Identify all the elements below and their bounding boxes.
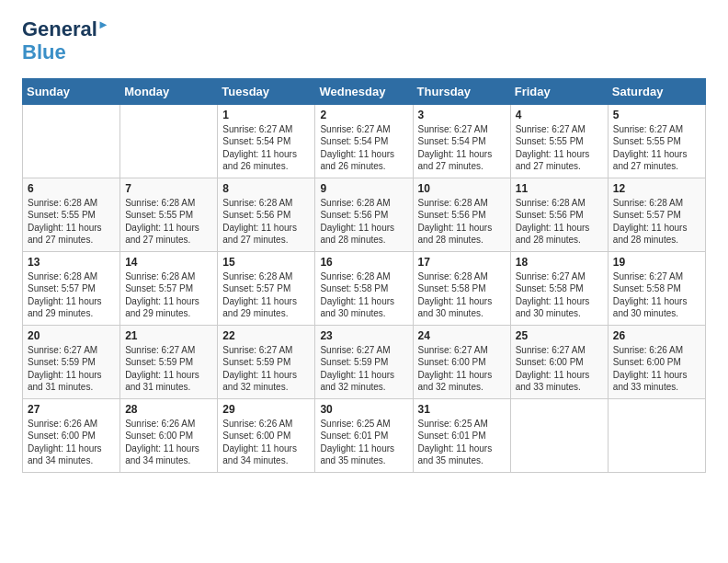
- day-number: 17: [418, 256, 506, 269]
- day-header-monday: Monday: [120, 78, 218, 104]
- calendar-cell: 29Sunrise: 6:26 AM Sunset: 6:00 PM Dayli…: [218, 398, 315, 472]
- cell-content: Sunrise: 6:28 AM Sunset: 5:56 PM Dayligh…: [418, 197, 506, 247]
- day-number: 27: [28, 403, 115, 416]
- day-number: 8: [222, 182, 310, 195]
- day-number: 26: [613, 329, 700, 342]
- calendar-cell: 1Sunrise: 6:27 AM Sunset: 5:54 PM Daylig…: [218, 104, 315, 178]
- day-number: 16: [320, 256, 407, 269]
- cell-content: Sunrise: 6:26 AM Sunset: 6:00 PM Dayligh…: [125, 418, 212, 467]
- calendar-cell: [120, 104, 218, 178]
- cell-content: Sunrise: 6:27 AM Sunset: 5:54 PM Dayligh…: [222, 123, 310, 173]
- cell-content: Sunrise: 6:27 AM Sunset: 6:00 PM Dayligh…: [516, 344, 603, 394]
- day-number: 4: [516, 109, 603, 121]
- day-number: 10: [418, 182, 506, 195]
- page: General► Blue SundayMondayTuesdayWednesd…: [0, 0, 728, 491]
- calendar-cell: 21Sunrise: 6:27 AM Sunset: 5:59 PM Dayli…: [120, 325, 218, 398]
- cell-content: Sunrise: 6:28 AM Sunset: 5:58 PM Dayligh…: [320, 270, 407, 320]
- cell-content: Sunrise: 6:28 AM Sunset: 5:56 PM Dayligh…: [320, 197, 407, 247]
- calendar-cell: [23, 104, 120, 178]
- day-number: 25: [516, 329, 603, 342]
- calendar-week-5: 27Sunrise: 6:26 AM Sunset: 6:00 PM Dayli…: [23, 398, 706, 472]
- cell-content: Sunrise: 6:26 AM Sunset: 6:00 PM Dayligh…: [613, 344, 700, 394]
- day-number: 18: [516, 256, 603, 269]
- day-header-wednesday: Wednesday: [315, 78, 413, 104]
- calendar-cell: 12Sunrise: 6:28 AM Sunset: 5:57 PM Dayli…: [608, 178, 705, 251]
- day-number: 30: [320, 403, 407, 416]
- calendar-week-3: 13Sunrise: 6:28 AM Sunset: 5:57 PM Dayli…: [23, 251, 706, 325]
- cell-content: Sunrise: 6:27 AM Sunset: 5:59 PM Dayligh…: [320, 344, 407, 394]
- calendar-cell: 18Sunrise: 6:27 AM Sunset: 5:58 PM Dayli…: [510, 251, 608, 325]
- calendar-cell: 14Sunrise: 6:28 AM Sunset: 5:57 PM Dayli…: [120, 251, 218, 325]
- cell-content: Sunrise: 6:28 AM Sunset: 5:57 PM Dayligh…: [125, 270, 212, 320]
- calendar-cell: 24Sunrise: 6:27 AM Sunset: 6:00 PM Dayli…: [413, 325, 510, 398]
- calendar-cell: [510, 398, 608, 472]
- logo: General► Blue: [22, 18, 109, 63]
- day-number: 28: [125, 403, 212, 416]
- day-number: 5: [613, 109, 700, 121]
- calendar-table: SundayMondayTuesdayWednesdayThursdayFrid…: [22, 78, 706, 473]
- calendar-cell: 22Sunrise: 6:27 AM Sunset: 5:59 PM Dayli…: [218, 325, 315, 398]
- day-number: 6: [28, 182, 115, 195]
- day-number: 20: [28, 329, 115, 342]
- calendar-cell: 30Sunrise: 6:25 AM Sunset: 6:01 PM Dayli…: [315, 398, 413, 472]
- day-number: 12: [613, 182, 700, 195]
- cell-content: Sunrise: 6:27 AM Sunset: 5:58 PM Dayligh…: [516, 270, 603, 320]
- calendar-cell: 20Sunrise: 6:27 AM Sunset: 5:59 PM Dayli…: [23, 325, 120, 398]
- cell-content: Sunrise: 6:27 AM Sunset: 5:54 PM Dayligh…: [320, 123, 407, 173]
- day-header-thursday: Thursday: [413, 78, 510, 104]
- calendar-cell: 19Sunrise: 6:27 AM Sunset: 5:58 PM Dayli…: [608, 251, 705, 325]
- cell-content: Sunrise: 6:27 AM Sunset: 5:59 PM Dayligh…: [28, 344, 115, 394]
- day-number: 7: [125, 182, 212, 195]
- cell-content: Sunrise: 6:26 AM Sunset: 6:00 PM Dayligh…: [28, 418, 115, 467]
- calendar-cell: 16Sunrise: 6:28 AM Sunset: 5:58 PM Dayli…: [315, 251, 413, 325]
- day-number: 15: [222, 256, 310, 269]
- calendar-cell: 26Sunrise: 6:26 AM Sunset: 6:00 PM Dayli…: [608, 325, 705, 398]
- calendar-cell: 10Sunrise: 6:28 AM Sunset: 5:56 PM Dayli…: [413, 178, 510, 251]
- day-number: 3: [418, 109, 506, 121]
- day-number: 23: [320, 329, 407, 342]
- calendar-cell: 31Sunrise: 6:25 AM Sunset: 6:01 PM Dayli…: [413, 398, 510, 472]
- calendar-cell: 27Sunrise: 6:26 AM Sunset: 6:00 PM Dayli…: [23, 398, 120, 472]
- calendar-cell: 6Sunrise: 6:28 AM Sunset: 5:55 PM Daylig…: [23, 178, 120, 251]
- calendar-cell: 17Sunrise: 6:28 AM Sunset: 5:58 PM Dayli…: [413, 251, 510, 325]
- cell-content: Sunrise: 6:28 AM Sunset: 5:55 PM Dayligh…: [28, 197, 115, 247]
- day-number: 9: [320, 182, 407, 195]
- calendar-cell: 9Sunrise: 6:28 AM Sunset: 5:56 PM Daylig…: [315, 178, 413, 251]
- cell-content: Sunrise: 6:28 AM Sunset: 5:55 PM Dayligh…: [125, 197, 212, 247]
- calendar-cell: 5Sunrise: 6:27 AM Sunset: 5:55 PM Daylig…: [608, 104, 705, 178]
- calendar-cell: 15Sunrise: 6:28 AM Sunset: 5:57 PM Dayli…: [218, 251, 315, 325]
- calendar-week-2: 6Sunrise: 6:28 AM Sunset: 5:55 PM Daylig…: [23, 178, 706, 251]
- calendar-cell: [608, 398, 705, 472]
- calendar-cell: 25Sunrise: 6:27 AM Sunset: 6:00 PM Dayli…: [510, 325, 608, 398]
- logo-blue: Blue: [22, 41, 66, 63]
- day-header-sunday: Sunday: [23, 78, 120, 104]
- calendar-cell: 11Sunrise: 6:28 AM Sunset: 5:56 PM Dayli…: [510, 178, 608, 251]
- cell-content: Sunrise: 6:27 AM Sunset: 5:55 PM Dayligh…: [613, 123, 700, 173]
- day-number: 19: [613, 256, 700, 269]
- cell-content: Sunrise: 6:28 AM Sunset: 5:57 PM Dayligh…: [613, 197, 700, 247]
- cell-content: Sunrise: 6:27 AM Sunset: 5:59 PM Dayligh…: [222, 344, 310, 394]
- cell-content: Sunrise: 6:26 AM Sunset: 6:00 PM Dayligh…: [222, 418, 310, 467]
- cell-content: Sunrise: 6:28 AM Sunset: 5:58 PM Dayligh…: [418, 270, 506, 320]
- calendar-cell: 3Sunrise: 6:27 AM Sunset: 5:54 PM Daylig…: [413, 104, 510, 178]
- cell-content: Sunrise: 6:27 AM Sunset: 5:59 PM Dayligh…: [125, 344, 212, 394]
- day-number: 2: [320, 109, 407, 121]
- calendar-cell: 4Sunrise: 6:27 AM Sunset: 5:55 PM Daylig…: [510, 104, 608, 178]
- calendar-week-4: 20Sunrise: 6:27 AM Sunset: 5:59 PM Dayli…: [23, 325, 706, 398]
- day-number: 29: [222, 403, 310, 416]
- cell-content: Sunrise: 6:28 AM Sunset: 5:56 PM Dayligh…: [222, 197, 310, 247]
- day-number: 11: [516, 182, 603, 195]
- calendar-cell: 23Sunrise: 6:27 AM Sunset: 5:59 PM Dayli…: [315, 325, 413, 398]
- day-number: 31: [418, 403, 506, 416]
- cell-content: Sunrise: 6:27 AM Sunset: 5:58 PM Dayligh…: [613, 270, 700, 320]
- day-header-friday: Friday: [510, 78, 608, 104]
- calendar-cell: 13Sunrise: 6:28 AM Sunset: 5:57 PM Dayli…: [23, 251, 120, 325]
- cell-content: Sunrise: 6:25 AM Sunset: 6:01 PM Dayligh…: [418, 418, 506, 467]
- day-number: 13: [28, 256, 115, 269]
- calendar-cell: 7Sunrise: 6:28 AM Sunset: 5:55 PM Daylig…: [120, 178, 218, 251]
- calendar-cell: 28Sunrise: 6:26 AM Sunset: 6:00 PM Dayli…: [120, 398, 218, 472]
- day-number: 22: [222, 329, 310, 342]
- day-header-tuesday: Tuesday: [218, 78, 315, 104]
- cell-content: Sunrise: 6:25 AM Sunset: 6:01 PM Dayligh…: [320, 418, 407, 467]
- cell-content: Sunrise: 6:28 AM Sunset: 5:57 PM Dayligh…: [28, 270, 115, 320]
